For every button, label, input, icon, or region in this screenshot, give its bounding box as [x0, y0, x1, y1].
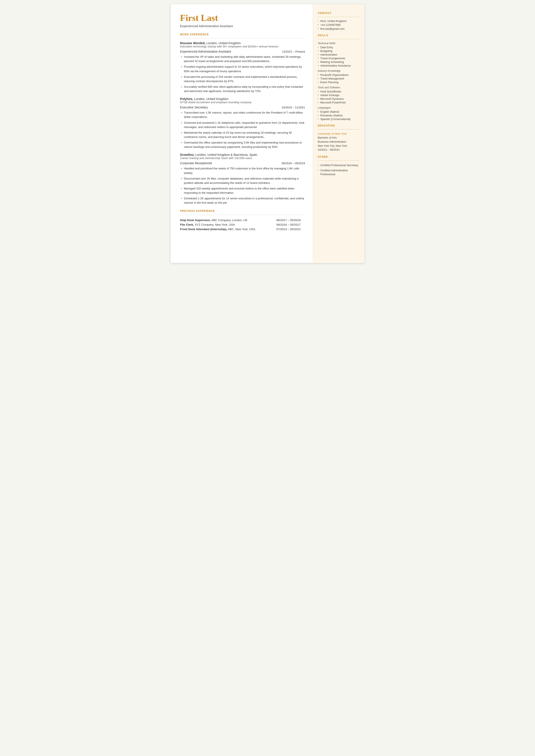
edu-field: Business Administration: [318, 140, 360, 144]
tools-skills-list: Intuit QuickBooks Adobe InDesign Microso…: [318, 90, 360, 104]
contact-email: first.last@gmail.com: [318, 27, 360, 30]
tools-skills-label: Tools and Software:: [318, 86, 360, 89]
employer-2-bullets: Transcribed over 1.5K memos, reports, an…: [180, 111, 305, 149]
edu-degree: Bachelor of Arts: [318, 136, 360, 140]
prev-exp-1-title: Help Desk Supervisor, ABC Company, Londo…: [180, 218, 276, 222]
skill-item: Budgeting: [318, 49, 360, 53]
skill-item: Travel Management: [318, 77, 360, 80]
left-column: First Last Experienced Administrative As…: [171, 4, 313, 263]
bullet-item: Managed 320 weekly appointments and ensu…: [180, 186, 305, 195]
employer-2-job-row: Executive Secretary 10/2019 – 11/2021: [180, 106, 305, 109]
skill-item: Microsoft PowerPoint: [318, 101, 360, 104]
prev-exp-3-title: Front Desk Attendant (Internship), ABC, …: [180, 227, 276, 232]
skill-item: Intuit QuickBooks: [318, 90, 360, 93]
employer-2-desc: NYSE-listed recruitment and employer bra…: [180, 101, 305, 104]
skill-item: Travel Arrangements: [318, 57, 360, 60]
skill-item: Microsoft Dynamics: [318, 98, 360, 100]
skill-item: Administrative Assistance: [318, 64, 360, 67]
candidate-name: First Last: [180, 13, 305, 23]
employer-3-name: Growthsi, London, United Kingdom & Barce…: [180, 153, 305, 156]
employer-1-job-row: Experienced Administrative Assistant 12/…: [180, 50, 305, 53]
technical-skills-list: Data Entry Budgeting Administration Trav…: [318, 46, 360, 67]
employer-2-name: Polyhire, London, United Kingdom: [180, 97, 305, 101]
work-experience-heading: WORK EXPERIENCE: [180, 33, 305, 36]
employer-3-dates: 06/2018 – 09/2019: [282, 162, 305, 165]
contact-list: Kent, United Kingdom +44 1234567890 firs…: [318, 20, 360, 30]
employer-1-job-title: Experienced Administrative Assistant: [180, 50, 231, 53]
technical-skills-label: Technical Skills:: [318, 42, 360, 45]
edu-dates: 10/2011 - 06/2014: [318, 148, 360, 152]
previous-experience-table: Help Desk Supervisor, ABC Company, Londo…: [180, 218, 305, 232]
languages-label: Languages:: [318, 106, 360, 109]
bullet-item: Executed the processing of 204 vendor co…: [180, 75, 305, 83]
contact-divider: [318, 17, 360, 17]
right-column: CONTACT Kent, United Kingdom +44 1234567…: [313, 4, 365, 263]
bullet-item: Provided ongoing administrative support …: [180, 65, 305, 73]
skill-item: Nonprofit Organizations: [318, 73, 360, 76]
other-list: Certified Professional Secretary. Certif…: [318, 163, 360, 176]
employer-2-job-title: Executive Secretary: [180, 106, 208, 109]
skills-heading: SKILLS: [318, 34, 360, 37]
employer-1-bullets: Assisted the VP of sales and marketing w…: [180, 55, 305, 93]
other-divider: [318, 160, 360, 161]
bullet-item: Documented over 2K files, computer datab…: [180, 177, 305, 185]
skill-item: Administration: [318, 53, 360, 56]
bullet-item: Accurately verified 600 new client appli…: [180, 85, 305, 93]
bullet-item: Transcribed over 1.5K memos, reports, an…: [180, 111, 305, 119]
skill-item: Adobe InDesign: [318, 94, 360, 97]
prev-exp-2-dates: 06/2016 – 05/2017: [276, 222, 305, 227]
employer-3-desc: Career training and membership SaaS with…: [180, 156, 305, 160]
edu-school: University of New York: [318, 132, 360, 135]
skill-item: Event Planning: [318, 81, 360, 84]
candidate-subtitle: Experienced Administrative Assistant: [180, 24, 305, 28]
employer-2: Polyhire, London, United Kingdom NYSE-li…: [180, 97, 305, 149]
employer-2-dates: 10/2019 – 11/2021: [282, 106, 305, 109]
language-item: Spanish (Conversational): [318, 118, 360, 121]
education-block: University of New York Bachelor of Arts …: [318, 132, 360, 152]
prev-exp-row-2: File Clerk, XYZ Company, New York, USA 0…: [180, 222, 305, 227]
contact-heading: CONTACT: [318, 12, 360, 14]
employer-1-desc: Education technology startup with 50+ em…: [180, 45, 305, 48]
skill-item: Meeting Scheduling: [318, 61, 360, 64]
employer-1: Resume Worded, London, United Kingdom Ed…: [180, 42, 305, 93]
resume-page: First Last Experienced Administrative As…: [171, 4, 365, 263]
skill-item: Data Entry: [318, 46, 360, 49]
employer-1-name: Resume Worded, London, United Kingdom: [180, 42, 305, 45]
prev-exp-2-title: File Clerk, XYZ Company, New York, USA: [180, 222, 276, 227]
skills-divider: [318, 39, 360, 39]
prev-exp-row-1: Help Desk Supervisor, ABC Company, Londo…: [180, 218, 305, 222]
other-item: Certified Professional Secretary.: [318, 163, 360, 167]
prev-exp-row-3: Front Desk Attendant (Internship), ABC, …: [180, 227, 305, 232]
bullet-item: Maintained the yearly calendar of 15 top…: [180, 130, 305, 139]
employer-3-job-title: Corporate Receptionist: [180, 161, 212, 165]
bullet-item: Overhauled the office operation by reorg…: [180, 141, 305, 149]
industry-skills-label: Industry Knowledge:: [318, 70, 360, 72]
bullet-item: Handled and prioritized the needs of 750…: [180, 166, 305, 175]
bullet-item: Scheduled 1.2K appointments for 14 senio…: [180, 196, 305, 205]
other-heading: OTHER: [318, 155, 360, 158]
languages-list: English (Native) Romanian (Native) Spani…: [318, 110, 360, 121]
employer-3-job-row: Corporate Receptionist 06/2018 – 09/2019: [180, 161, 305, 165]
education-heading: EDUCATION: [318, 124, 360, 127]
prev-exp-3-dates: 07/2014 – 05/2015: [276, 227, 305, 232]
edu-location: New York City, New York: [318, 144, 360, 148]
other-item: Certified Administrative Professional.: [318, 169, 360, 176]
industry-skills-list: Nonprofit Organizations Travel Managemen…: [318, 73, 360, 84]
prev-exp-1-dates: 06/2017 – 05/2018: [276, 218, 305, 222]
bullet-item: Assisted the VP of sales and marketing w…: [180, 55, 305, 63]
contact-location: Kent, United Kingdom: [318, 20, 360, 23]
employer-3: Growthsi, London, United Kingdom & Barce…: [180, 153, 305, 205]
language-item: English (Native): [318, 110, 360, 113]
contact-phone: +44 1234567890: [318, 23, 360, 26]
language-item: Romanian (Native): [318, 114, 360, 117]
bullet-item: Screened and answered 1.1K telephone cal…: [180, 121, 305, 129]
previous-experience-heading: PREVIOUS EXPERIENCE: [180, 210, 305, 212]
employer-3-bullets: Handled and prioritized the needs of 750…: [180, 166, 305, 205]
employer-1-dates: 12/2021 – Present: [282, 50, 305, 53]
